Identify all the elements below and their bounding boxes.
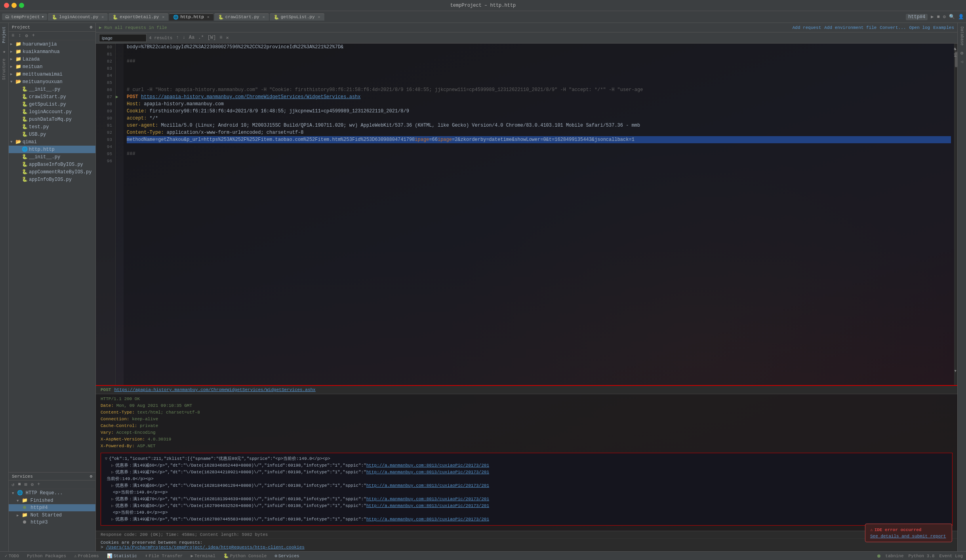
response-header-aspnet: X-AspNet-Version: 4.0.30319 — [101, 436, 953, 443]
search-regex-btn[interactable]: .* — [197, 34, 205, 41]
cookie-bar: Cookies are preserved between requests: … — [96, 538, 957, 551]
tree-item-http[interactable]: 🌐 http.http — [9, 146, 95, 153]
tree-item-init2[interactable]: 🐍 __init__.py — [9, 153, 95, 161]
response-header-date: Date: Mon, 09 Aug 2021 09:10:35 GMT — [101, 402, 953, 409]
tabnine-label: tabnine — [885, 554, 903, 558]
right-arrow-icon[interactable]: ◁ — [960, 59, 963, 64]
event-log-label[interactable]: Event Log — [939, 554, 963, 558]
tab-getspulist[interactable]: 🐍 getSpuList.py ✕ — [270, 13, 324, 21]
tree-item-meituan[interactable]: ▶ 📁 meituan — [9, 63, 95, 70]
service-http3[interactable]: http#3 — [9, 519, 95, 526]
panel-gear-icon[interactable]: ⚙ — [90, 25, 92, 30]
tree-item-getspulist[interactable]: 🐍 getSpuList.py — [9, 101, 95, 108]
service-finished[interactable]: ▼ 📁 Finished — [9, 497, 95, 504]
service-http4[interactable]: http#4 — [9, 504, 95, 511]
code-line-86: # curl -H "Host: apapia-history.manmanbu… — [127, 86, 951, 93]
minimize-button[interactable] — [11, 3, 17, 8]
status-todo[interactable]: ✓ TODO — [3, 553, 21, 558]
window-controls — [4, 3, 24, 8]
add-env-file-link[interactable]: Add environment file — [824, 25, 876, 30]
close-button[interactable] — [4, 3, 9, 8]
panel-sort-btn[interactable]: ↕ — [17, 32, 22, 39]
tree-item-huarunwanjia[interactable]: ▶ 📁 huarunwanjia — [9, 40, 95, 48]
tab-loginaccount[interactable]: 🐍 loginAccount.py ✕ — [48, 13, 108, 21]
search-word-btn[interactable]: [W] — [206, 34, 217, 41]
search-input[interactable] — [99, 34, 147, 42]
database-icon[interactable]: Database — [960, 25, 964, 47]
tree-item-appbaseinfo[interactable]: 🐍 appBaseInfoByIOS.py — [9, 161, 95, 168]
services-add-btn[interactable]: + — [36, 481, 41, 488]
services-tree: ▼ 🌐 HTTP Reque... ▼ 📁 Finished http#4 ▶ … — [9, 489, 95, 551]
services-label: Services — [12, 474, 33, 479]
search-prev-btn[interactable]: ↑ — [175, 34, 180, 41]
tree-item-usb[interactable]: 🐍 USB.py — [9, 131, 95, 138]
services-filter-btn[interactable]: ⚙ — [30, 481, 35, 488]
status-problems[interactable]: ⚠ Problems — [72, 553, 100, 558]
tab-close-icon[interactable]: ✕ — [318, 15, 320, 19]
status-python-packages[interactable]: Python Packages — [25, 554, 68, 558]
json-line-7: ▷ 优惠券：满149减70</p>","dt":"\/Date(16281813… — [105, 496, 948, 503]
search-next-btn[interactable]: ↓ — [181, 34, 187, 41]
project-panel-toggle[interactable]: Project — [2, 25, 6, 45]
services-group-btn[interactable]: ⊞ — [23, 481, 28, 488]
tab-crawlstart[interactable]: 🐍 crawlStart.py ✕ — [214, 13, 269, 21]
panel-filter-btn[interactable]: ⚙ — [24, 32, 29, 39]
tab-exportdetail[interactable]: 🐍 exportDetail.py ✕ — [109, 13, 168, 21]
status-python-console[interactable]: 🐍 Python Console — [222, 553, 268, 558]
maximize-button[interactable] — [19, 3, 24, 8]
tree-item-lazada[interactable]: ▶ 📁 Lazada — [9, 55, 95, 63]
status-statistic[interactable]: 📊 Statistic — [105, 553, 139, 558]
tab-http[interactable]: 🌐 http.http ✕ — [169, 13, 213, 21]
tree-item-qimai[interactable]: ▼ 📂 qimai — [9, 138, 95, 146]
tab-close-icon[interactable]: ✕ — [162, 15, 164, 19]
tree-item-appcomment[interactable]: 🐍 appCommentRateByIOS.py — [9, 168, 95, 176]
open-log-link[interactable]: Open log — [909, 25, 930, 30]
tree-item-pushdatatomq[interactable]: 🐍 pushDataToMq.py — [9, 116, 95, 123]
tab-close-icon[interactable]: ✕ — [101, 15, 104, 19]
add-request-link[interactable]: Add request — [793, 25, 821, 30]
editor-scrollbar[interactable]: ▲ ▼ ▲ 14 — [954, 44, 957, 385]
tree-item-meituanyouxuan[interactable]: ▼ 📂 meituanyouxuan — [9, 78, 95, 85]
tab-label: http.http — [180, 15, 204, 19]
tree-item-kuaikanmanhua[interactable]: ▶ 📁 kuaikanmanhua — [9, 48, 95, 55]
run-all-requests-button[interactable]: ▶ Run all requests in file — [99, 25, 167, 30]
env-select[interactable]: http#4 — [906, 14, 928, 20]
response-footer: Response code: 200 (OK); Time: 458ms; Co… — [96, 531, 957, 538]
favorites-icon[interactable]: ★ — [3, 49, 6, 55]
tree-item-meittuanwaimai[interactable]: ▶ 📁 meittuanwaimai — [9, 70, 95, 78]
response-url[interactable]: https://apapia-history.manmanbuy.com/Chr… — [114, 387, 315, 392]
structure-icon[interactable]: Structure — [2, 59, 6, 80]
status-file-transfer[interactable]: ⬆ File Transfer — [143, 553, 184, 558]
service-http-requests[interactable]: ▼ 🌐 HTTP Reque... — [9, 489, 95, 497]
error-icon: ⚠ — [870, 527, 873, 532]
services-restart-btn[interactable]: ↺ — [10, 481, 15, 488]
convert-link[interactable]: Convert... — [880, 25, 906, 30]
search-close-btn[interactable]: ✕ — [225, 34, 230, 41]
tab-close-icon[interactable]: ✕ — [207, 15, 210, 19]
cookie-path-link[interactable]: /Users/ts/PycharmProjects/tempProject/.i… — [106, 545, 305, 550]
examples-link[interactable]: Examples — [933, 25, 954, 30]
services-stop-btn[interactable]: ■ — [17, 481, 22, 488]
tab-close-icon[interactable]: ✕ — [263, 15, 265, 19]
services-toolbar: ↺ ■ ⊞ ⚙ + — [9, 480, 95, 489]
code-line-84 — [127, 72, 951, 79]
panel-add-btn[interactable]: + — [31, 32, 36, 39]
tree-item-test[interactable]: 🐍 test.py — [9, 123, 95, 131]
error-link[interactable]: See details and submit report — [870, 534, 947, 539]
code-editor-lines[interactable]: body=%7B%22catelogyId%22%3A223080027596%… — [124, 44, 954, 385]
search-filter-btn[interactable]: ≡ — [218, 34, 223, 41]
tree-item-appinfo[interactable]: 🐍 appInfoByIOS.py — [9, 176, 95, 183]
services-gear-icon[interactable]: ⚙ — [90, 474, 92, 479]
panel-collapse-btn[interactable]: ≡ — [10, 32, 15, 39]
status-terminal[interactable]: ▶ Terminal — [189, 553, 217, 558]
tree-item-crawlstart[interactable]: 🐍 crawlStart.py — [9, 93, 95, 101]
tree-item-loginaccount[interactable]: 🐍 loginAccount.py — [9, 108, 95, 116]
right-settings-icon[interactable]: ⚙ — [960, 50, 963, 56]
service-not-started[interactable]: ▶ 📁 Not Started — [9, 511, 95, 519]
search-options-btn[interactable]: Aa — [188, 34, 196, 41]
project-selector[interactable]: 🗂 tempProject ▾ — [2, 13, 47, 20]
right-icon-bar: Database ⚙ ◁ — [957, 23, 966, 551]
status-services[interactable]: ⚙ Services — [273, 553, 301, 558]
search-icon[interactable]: 🔍 — [949, 14, 955, 20]
tree-item-init1[interactable]: 🐍 __init__.py — [9, 85, 95, 93]
